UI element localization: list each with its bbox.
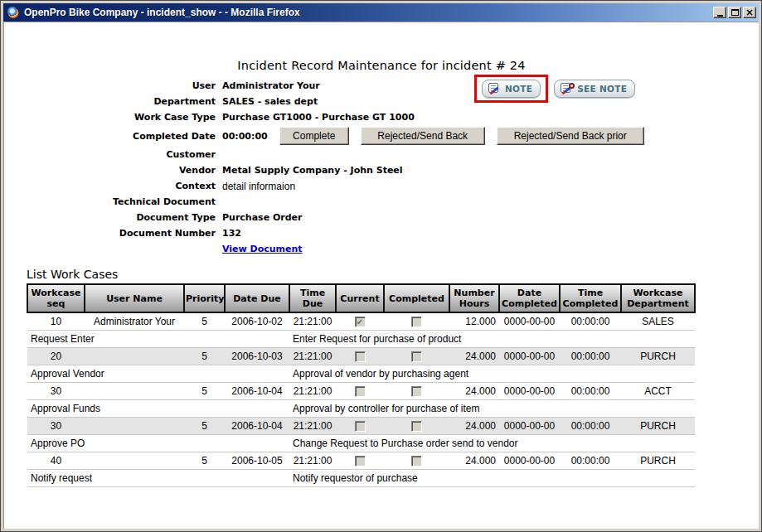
column-header: User Name [85,284,184,312]
column-header: Completed [384,284,449,312]
maximize-icon [731,9,739,16]
field-row-customer: Customer [4,147,759,162]
date-completed-cell: 0000-00-00 [499,417,560,434]
user-name-cell [85,417,184,434]
date-due-cell: 2006-10-04 [225,417,289,434]
note-pencil-icon [488,83,501,94]
completed-checkbox[interactable] [411,421,422,432]
field-row-document-number: Document Number 132 [4,225,759,241]
completed-checkbox[interactable] [411,456,422,467]
field-row-technical-document: Technical Document [4,194,759,210]
field-label: Technical Document [4,196,216,207]
time-due-cell: 21:21:00 [289,452,336,469]
field-value: 132 [222,228,241,239]
workcase-description-row: Approval FundsApproval by controller for… [27,399,695,417]
field-label: Customer [4,149,216,160]
column-header: Number Hours [449,284,499,312]
current-checkbox[interactable] [355,456,366,467]
date-completed-cell: 0000-00-00 [499,382,560,399]
field-row-context: Context detail informaion [4,178,759,194]
close-button[interactable]: × [743,7,756,18]
close-icon: × [745,8,754,17]
department-cell: PURCH [621,417,695,434]
rejected-send-back-button[interactable]: Rejected/Send Back [361,127,485,145]
completed-cell [384,382,449,399]
field-row-view-document: View Document [4,241,759,257]
priority-cell: 5 [184,312,225,330]
current-checkbox[interactable] [355,386,366,397]
date-due-cell: 2006-10-04 [225,382,289,399]
number-hours-cell: 24.000 [449,347,499,365]
time-due-cell: 21:21:00 [289,312,336,330]
minimize-icon [717,15,723,17]
field-label: Department [4,96,216,107]
completed-checkbox[interactable] [411,351,422,362]
number-hours-cell: 24.000 [449,452,499,469]
seq-cell: 20 [27,347,85,365]
field-row-completed-date: Completed Date 00:00:00 Complete Rejecte… [4,125,759,147]
field-label: Context [4,181,216,191]
table-header-row: Workcase seqUser NamePriorityDate DueTim… [27,284,695,312]
work-cases-table: Workcase seqUser NamePriorityDate DueTim… [27,283,696,487]
rejected-send-back-prior-button[interactable]: Rejected/Send Back prior [497,127,644,145]
workcase-data-row: 4052006-10-0521:21:0024.0000000-00-0000:… [27,452,695,469]
seq-cell: 10 [27,312,85,330]
field-label: Vendor [4,165,216,176]
completed-cell [384,452,449,469]
title-bar[interactable]: OpenPro Bike Company - incident_show - -… [3,3,759,22]
current-cell [336,452,384,469]
note-button-label: NOTE [505,84,532,94]
field-label: Document Number [4,228,216,239]
time-completed-cell: 00:00:00 [560,417,621,434]
user-name-cell [85,347,184,365]
column-header: Time Due [289,284,336,312]
maximize-button[interactable] [728,7,741,18]
current-cell [336,382,384,399]
current-cell [336,347,384,365]
column-header: Current [336,284,384,312]
see-note-button-label: SEE NOTE [577,84,627,94]
complete-button[interactable]: Complete [279,127,349,145]
view-document-link[interactable]: View Document [222,244,303,254]
priority-cell: 5 [184,382,225,399]
time-due-cell: 21:21:00 [289,347,336,365]
incident-fields: User Administrator Your Department SALES… [4,78,759,257]
browser-window: OpenPro Bike Company - incident_show - -… [0,0,762,532]
current-checkbox[interactable] [355,351,366,362]
field-value: SALES - sales dept [222,96,318,107]
minimize-button[interactable] [713,7,726,18]
department-cell: SALES [621,312,695,330]
time-completed-cell: 00:00:00 [560,382,621,399]
field-row-department: Department SALES - sales dept [4,94,759,109]
date-completed-cell: 0000-00-00 [499,347,560,365]
completed-cell [384,417,449,434]
current-checkbox[interactable] [355,317,366,327]
completed-checkbox[interactable] [411,317,422,327]
field-row-vendor: Vendor Metal Supply Company - John Steel [4,162,759,178]
workcase-description-cell: Approval by controller for purchase of i… [289,399,695,417]
current-checkbox[interactable] [355,421,366,432]
date-completed-cell: 0000-00-00 [499,452,560,469]
completed-cell [384,347,449,365]
note-button[interactable]: NOTE [482,80,541,98]
number-hours-cell: 24.000 [449,417,499,434]
column-header: Workcase seq [27,284,85,312]
workcase-data-row: 10Administrator Your52006-10-0221:21:001… [27,312,695,330]
field-value: Administrator Your [222,80,320,91]
seq-cell: 30 [27,417,85,434]
completed-checkbox[interactable] [411,386,422,397]
workcase-name-cell: Approval Funds [27,399,289,417]
field-value: Purchase Order [222,212,302,223]
seq-cell: 40 [27,452,85,469]
column-header: Time Completed [560,284,621,312]
workcase-name-cell: Notify request [27,469,289,486]
workcase-data-row: 3052006-10-0421:21:0024.0000000-00-0000:… [27,382,695,399]
note-magnifier-icon [560,83,573,94]
firefox-logo-icon [7,6,20,19]
page-content: Incident Record Maintenance for incident… [3,22,759,529]
note-button-cluster: NOTE SEE NOTE [474,75,635,103]
field-row-document-type: Document Type Purchase Order [4,210,759,225]
field-label: Document Type [4,212,216,223]
field-label: User [4,80,216,91]
see-note-button[interactable]: SEE NOTE [554,80,635,98]
